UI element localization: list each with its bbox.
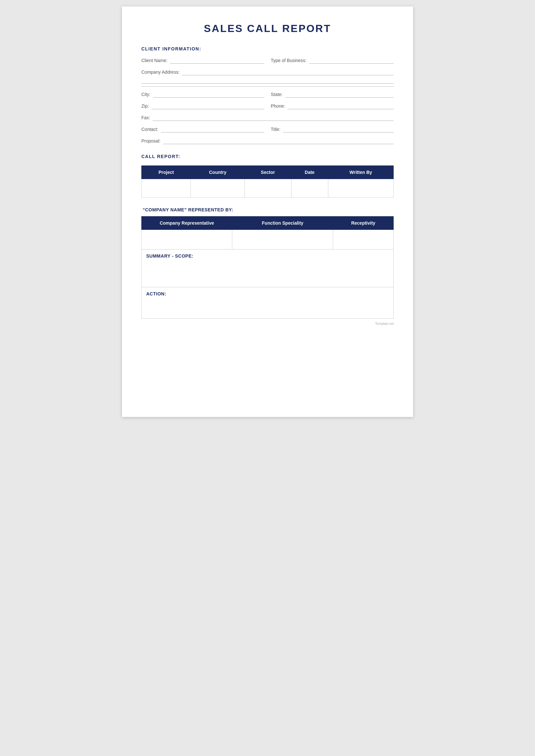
rep-data-row <box>142 230 394 250</box>
watermark: Template.net <box>141 322 394 325</box>
company-address-row: Company Address: <box>141 69 394 75</box>
contact-title-row: Contact: Title: <box>141 127 394 132</box>
action-content[interactable] <box>142 299 393 318</box>
rep-table: Company Representative Function Speciali… <box>141 216 394 250</box>
fax-row: Fax: <box>141 115 394 121</box>
state-input[interactable] <box>285 92 394 97</box>
company-address-label: Company Address: <box>141 69 180 75</box>
proposal-input[interactable] <box>163 138 394 144</box>
zip-field: Zip: <box>141 103 264 109</box>
client-info-section: CLIENT INFORMATION: Client Name: Type of… <box>141 46 394 144</box>
cell-function-speciality[interactable] <box>232 230 333 250</box>
cell-project[interactable] <box>142 179 191 198</box>
cell-company-rep[interactable] <box>142 230 232 250</box>
fax-field: Fax: <box>141 115 394 121</box>
type-of-business-field: Type of Business: <box>271 58 394 64</box>
client-name-input[interactable] <box>170 58 264 64</box>
title-input[interactable] <box>283 127 394 132</box>
title-field: Title: <box>271 127 394 132</box>
contact-input[interactable] <box>161 127 264 132</box>
cell-written-by[interactable] <box>328 179 393 198</box>
cell-country[interactable] <box>191 179 244 198</box>
call-report-section: CALL REPORT: Project Country Sector Date… <box>141 154 394 198</box>
phone-input[interactable] <box>288 103 394 109</box>
fax-input[interactable] <box>153 115 394 121</box>
client-name-label: Client Name: <box>141 58 168 64</box>
col-receptivity: Receptivity <box>333 217 394 230</box>
city-field: City: <box>141 92 264 97</box>
company-address-input[interactable] <box>182 69 394 75</box>
cell-receptivity[interactable] <box>333 230 394 250</box>
state-field: State: <box>271 92 394 97</box>
fax-label: Fax: <box>141 115 150 121</box>
type-of-business-label: Type of Business: <box>271 58 307 64</box>
divider-1 <box>141 86 394 87</box>
client-name-field: Client Name: <box>141 58 264 64</box>
page: SALES CALL REPORT CLIENT INFORMATION: Cl… <box>122 7 413 417</box>
call-report-header-row: Project Country Sector Date Written By <box>142 166 394 179</box>
cell-date[interactable] <box>291 179 328 198</box>
summary-section: SUMMARY - SCOPE: <box>141 250 394 287</box>
col-project: Project <box>142 166 191 179</box>
phone-field: Phone: <box>271 103 394 109</box>
col-written-by: Written By <box>328 166 393 179</box>
contact-field: Contact: <box>141 127 264 132</box>
type-of-business-input[interactable] <box>309 58 394 64</box>
city-state-row: City: State: <box>141 92 394 97</box>
contact-label: Contact: <box>141 127 158 132</box>
zip-phone-row: Zip: Phone: <box>141 103 394 109</box>
zip-input[interactable] <box>152 103 264 109</box>
col-date: Date <box>291 166 328 179</box>
title-label: Title: <box>271 127 280 132</box>
col-country: Country <box>191 166 244 179</box>
company-rep-heading: “COMPANY NAME” REPRESENTED BY: <box>141 207 394 212</box>
city-label: City: <box>141 92 151 97</box>
phone-label: Phone: <box>271 103 285 109</box>
action-section: ACTION: <box>141 287 394 319</box>
client-info-heading: CLIENT INFORMATION: <box>141 46 394 51</box>
client-name-row: Client Name: Type of Business: <box>141 58 394 64</box>
summary-content[interactable] <box>142 261 393 287</box>
call-report-heading: CALL REPORT: <box>141 154 394 159</box>
zip-label: Zip: <box>141 103 149 109</box>
col-sector: Sector <box>244 166 291 179</box>
action-label: ACTION: <box>142 287 393 299</box>
proposal-label: Proposal: <box>141 138 160 144</box>
company-rep-section: “COMPANY NAME” REPRESENTED BY: Company R… <box>141 207 394 319</box>
proposal-row: Proposal: <box>141 138 394 144</box>
page-title: SALES CALL REPORT <box>141 23 394 35</box>
state-label: State: <box>271 92 283 97</box>
call-report-table: Project Country Sector Date Written By <box>141 166 394 198</box>
company-address-input-2[interactable] <box>141 78 394 84</box>
city-input[interactable] <box>153 92 264 97</box>
cell-sector[interactable] <box>244 179 291 198</box>
proposal-field: Proposal: <box>141 138 394 144</box>
col-company-rep: Company Representative <box>142 217 232 230</box>
rep-header-row: Company Representative Function Speciali… <box>142 217 394 230</box>
call-report-data-row <box>142 179 394 198</box>
company-address-block: Company Address: <box>141 69 394 75</box>
summary-label: SUMMARY - SCOPE: <box>142 250 393 261</box>
col-function-speciality: Function Speciality <box>232 217 333 230</box>
